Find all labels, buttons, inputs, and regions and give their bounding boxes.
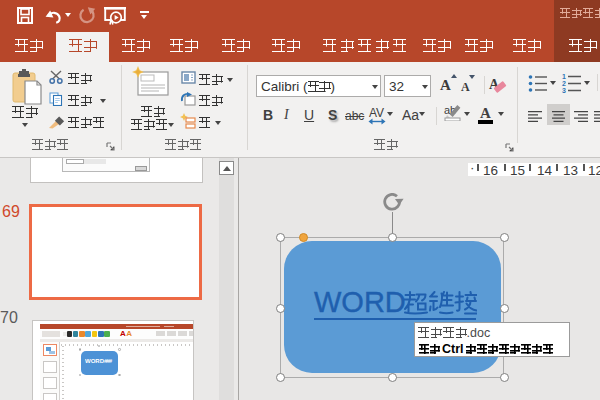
svg-text:1: 1 bbox=[562, 73, 566, 80]
svg-text:3: 3 bbox=[562, 87, 566, 94]
svg-text:2: 2 bbox=[562, 80, 566, 87]
